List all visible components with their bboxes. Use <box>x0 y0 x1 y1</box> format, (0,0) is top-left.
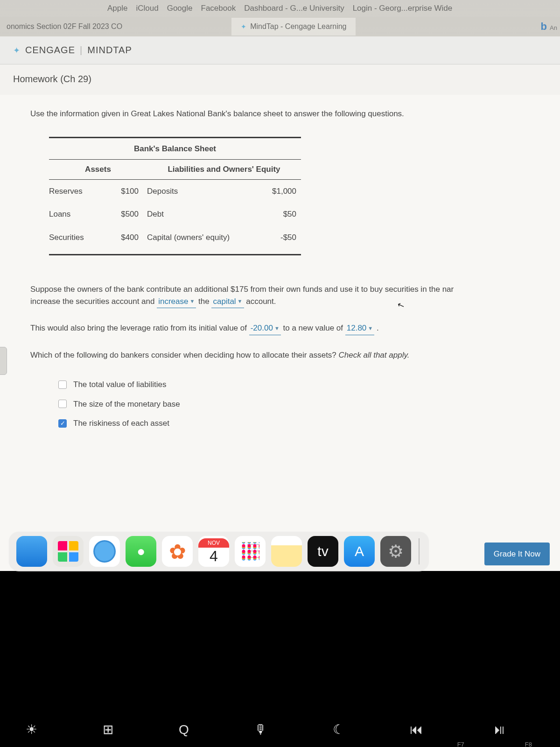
dnd-icon[interactable]: ☾ <box>333 722 344 737</box>
chevron-down-icon: ▼ <box>189 297 195 305</box>
checkbox-option[interactable]: The size of the monetary base <box>58 395 534 414</box>
cell-asset: Securities <box>49 232 110 244</box>
question-2: This would also bring the leverage ratio… <box>30 322 534 335</box>
sidebar-handle[interactable] <box>0 347 7 375</box>
brand-divider: | <box>80 45 83 56</box>
balance-sheet-table: Bank's Balance Sheet Assets Liabilities … <box>49 137 301 256</box>
notes-icon[interactable] <box>271 536 302 567</box>
appstore-icon[interactable]: A <box>344 536 375 567</box>
cell-asset-val: $100 <box>110 185 147 197</box>
bookmark-icloud[interactable]: iCloud <box>136 4 158 13</box>
checkbox-option[interactable]: The total value of liabilities <box>58 375 534 395</box>
bookmarks-bar: Apple iCloud Google Facebook Dashboard -… <box>0 0 560 17</box>
tab-economics[interactable]: onomics Section 02F Fall 2023 CO <box>0 18 129 35</box>
touch-bar: ☀ ⊞ Q 🎙 ☾ ⏮ ⏯ ⏭ <box>0 710 560 745</box>
rewind-icon[interactable]: ⏮ <box>410 722 423 737</box>
checkbox-label: The total value of liabilities <box>73 379 166 391</box>
calendar-icon[interactable]: NOV 4 <box>198 536 229 567</box>
checkbox-option[interactable]: ✓ The riskiness of each asset <box>58 414 534 433</box>
cell-asset-val: $500 <box>110 208 147 220</box>
question-3-prompt: Which of the following do bankers consid… <box>30 349 534 361</box>
tab-mindtap-active[interactable]: ✦ MindTap - Cengage Learning <box>231 18 356 35</box>
cell-liab-val: -$50 <box>254 232 296 244</box>
search-icon[interactable]: Q <box>179 722 189 737</box>
dock-separator <box>419 538 420 564</box>
messages-icon[interactable]: ● <box>126 536 156 567</box>
key-label: F7 <box>457 741 464 747</box>
launchpad-icon[interactable] <box>53 536 84 567</box>
assignment-title: Homework (Ch 29) <box>0 64 560 95</box>
table-title: Bank's Balance Sheet <box>49 138 301 160</box>
checkbox-icon[interactable] <box>58 381 67 389</box>
mic-icon[interactable]: 🎙 <box>254 722 267 737</box>
favicon-icon: ✦ <box>241 23 246 30</box>
brightness-icon[interactable]: ☀ <box>26 722 37 737</box>
cengage-logo-icon: ✦ <box>13 45 21 56</box>
dropdown-new-ratio[interactable]: 12.80▼ <box>345 322 374 335</box>
chevron-down-icon: ▼ <box>368 324 373 332</box>
browser-tab-bar: onomics Section 02F Fall 2023 CO ✦ MindT… <box>0 17 560 36</box>
table-row: Securities $400 Capital (owners' equity)… <box>49 226 301 249</box>
col-header-assets: Assets <box>49 163 147 176</box>
cell-asset: Reserves <box>49 185 110 197</box>
bookmark-google[interactable]: Google <box>167 4 193 13</box>
play-pause-icon[interactable]: ⏯ <box>493 722 506 737</box>
cell-asset-val: $400 <box>110 232 147 244</box>
checkbox-label: The riskiness of each asset <box>73 417 169 430</box>
grade-it-now-button[interactable]: Grade It Now <box>484 543 550 566</box>
cell-liab: Deposits <box>147 185 254 197</box>
question-content: Use the information given in Great Lakes… <box>0 95 560 571</box>
fn-key-labels: F7 F8 <box>0 741 560 747</box>
checkbox-icon[interactable] <box>58 400 67 408</box>
safari-icon[interactable] <box>89 536 120 567</box>
dropdown-initial-ratio[interactable]: -20.00▼ <box>249 322 281 335</box>
cell-liab: Capital (owners' equity) <box>147 232 254 244</box>
reminders-icon[interactable] <box>235 536 266 567</box>
dropdown-increase[interactable]: increase▼ <box>157 296 196 309</box>
tab-bartleby[interactable]: b An <box>541 21 557 33</box>
chevron-down-icon: ▼ <box>238 297 243 305</box>
cengage-header: ✦ CENGAGE | MINDTAP <box>0 36 560 64</box>
key-label: F8 <box>525 741 532 747</box>
cell-liab-val: $50 <box>254 208 296 220</box>
checkbox-group: The total value of liabilities The size … <box>58 375 534 433</box>
tab-label: MindTap - Cengage Learning <box>250 22 346 31</box>
question-1: Suppose the owners of the bank contribut… <box>30 283 534 308</box>
col-header-liabilities: Liabilities and Owners' Equity <box>147 163 301 176</box>
mission-control-icon[interactable]: ⊞ <box>103 722 113 737</box>
finder-icon[interactable] <box>16 536 47 567</box>
table-row: Reserves $100 Deposits $1,000 <box>49 180 301 203</box>
question-intro: Use the information given in Great Lakes… <box>30 108 534 120</box>
bookmark-facebook[interactable]: Facebook <box>201 4 236 13</box>
bookmark-dashboard[interactable]: Dashboard - G...e University <box>244 4 344 13</box>
settings-icon[interactable] <box>380 536 411 567</box>
appletv-icon[interactable]: tv <box>308 536 338 567</box>
table-row: Loans $500 Debt $50 <box>49 203 301 226</box>
photos-icon[interactable] <box>162 536 193 567</box>
brand-name: CENGAGE <box>25 45 75 56</box>
calendar-day: 4 <box>210 548 218 565</box>
cell-liab-val: $1,000 <box>254 185 296 197</box>
dropdown-capital[interactable]: capital▼ <box>211 296 244 309</box>
checkbox-label: The size of the monetary base <box>73 398 180 410</box>
checkbox-icon[interactable]: ✓ <box>58 419 67 428</box>
brand-product: MINDTAP <box>87 45 132 56</box>
macos-dock: ● NOV 4 tv A <box>8 531 429 571</box>
chevron-down-icon: ▼ <box>274 324 280 332</box>
bookmark-apple[interactable]: Apple <box>107 4 127 13</box>
calendar-month: NOV <box>198 538 229 548</box>
bookmark-login[interactable]: Login - Georg...erprise Wide <box>353 4 453 13</box>
cell-asset: Loans <box>49 208 110 220</box>
cell-liab: Debt <box>147 208 254 220</box>
